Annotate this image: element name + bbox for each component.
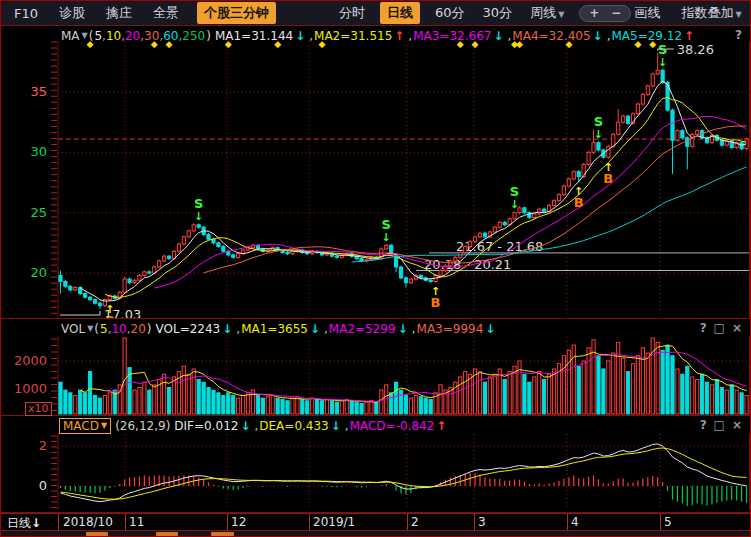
down-arrow-icon: ↓: [222, 322, 232, 336]
params-open-paren: (: [94, 322, 99, 336]
period-weekly[interactable]: 周线▼: [527, 3, 567, 23]
up-arrow-icon: ↑: [684, 29, 694, 43]
macd-indicator-header: MACD▼ (26,12,9) DIF=0.012↓ DEA=0.433↓ MA…: [59, 418, 447, 433]
period-daily[interactable]: 日线: [380, 2, 420, 24]
ma2-value: MA2=31.515↑: [309, 29, 405, 43]
volume-unit-label: x10: [25, 402, 52, 416]
sell-arrow-icon: ↓: [594, 128, 603, 141]
chevron-down-icon: ▼: [558, 10, 564, 19]
bottom-scrollbar[interactable]: [1, 531, 751, 537]
up-arrow-icon: ↑: [394, 29, 404, 43]
sell-marker: S: [594, 114, 603, 129]
index-overlay-button[interactable]: 指数叠加▼: [678, 3, 744, 23]
params-close-paren: ): [147, 322, 152, 336]
down-arrow-icon: ↓: [593, 29, 603, 43]
date-tick: [474, 514, 475, 530]
price-tick-label: 35: [30, 84, 47, 99]
function-tabs: F10 诊股 擒庄 全景 个股三分钟: [11, 2, 276, 24]
dif-value: DIF=0.012↓: [174, 419, 251, 433]
period-intraday[interactable]: 分时: [336, 3, 368, 23]
help-icon[interactable]: ?: [700, 321, 707, 335]
macd-value: MACD=-0.842↑: [345, 419, 448, 433]
vol-pane-icons: ? □ ×: [700, 321, 742, 335]
down-arrow-icon: ↓: [331, 419, 341, 433]
gap-label: 20.18 - 20.21: [424, 257, 511, 272]
price-tick-label: 20: [30, 265, 47, 280]
sell-marker: S: [382, 217, 391, 232]
draw-line-button[interactable]: 画线: [631, 3, 663, 23]
vol-axis: 20001000: [14, 339, 57, 411]
grid-layer: [58, 337, 749, 414]
scrollbar-segment[interactable]: [86, 532, 108, 536]
ma-dropdown[interactable]: MA▼: [61, 29, 88, 43]
sell-marker: S: [510, 184, 519, 199]
period-30min[interactable]: 30分: [480, 3, 516, 23]
vol-tick-label: 1000: [14, 381, 47, 396]
macd-dropdown[interactable]: MACD▼: [59, 418, 111, 434]
high-price-label: 38.26: [677, 42, 714, 57]
sell-arrow-icon: ↓: [658, 56, 667, 69]
date-label: 2019/1: [313, 515, 355, 529]
vol-param: 20: [127, 322, 146, 336]
tab-diagnose[interactable]: 诊股: [56, 3, 88, 23]
tab-stock-3min[interactable]: 个股三分钟: [197, 2, 276, 24]
grid-layer: [58, 434, 749, 510]
maximize-icon[interactable]: □: [714, 321, 725, 335]
down-arrow-icon: ↓: [485, 322, 495, 336]
dea-value: DEA=0.433↓: [254, 419, 341, 433]
date-tick: [125, 514, 126, 530]
help-icon[interactable]: ?: [700, 418, 707, 432]
vol-param: 10: [108, 322, 127, 336]
period-indicator[interactable]: 日线↓: [7, 515, 41, 532]
sell-arrow-icon: ↓: [382, 231, 391, 244]
chevron-down-icon: ▼: [735, 10, 741, 19]
main-price-chart[interactable]: 3530252021.67 - 21.6820.18 - 20.21◆◆◆◆◆◆…: [1, 26, 751, 318]
down-arrow-icon: ↓: [398, 322, 408, 336]
zoom-in-button[interactable]: +: [589, 7, 599, 19]
buy-marker: B: [574, 195, 584, 210]
params-close-paren: ): [206, 29, 211, 43]
period-60min[interactable]: 60分: [432, 3, 468, 23]
maximize-icon[interactable]: □: [714, 418, 725, 432]
vol-ma2-value: MA2=5299↓: [324, 322, 409, 336]
scrollbar-segment[interactable]: [211, 532, 234, 536]
chevron-down-icon: ▼: [87, 324, 93, 333]
buy-marker: B: [431, 295, 441, 310]
date-tick: [227, 514, 228, 530]
ma-param: 60: [159, 29, 178, 43]
zoom-out-button[interactable]: −: [611, 7, 621, 19]
ma-param: 5: [94, 29, 102, 43]
date-axis: 日线↓ 2018/1011122019/12345: [1, 513, 751, 531]
price-axis: 35302520: [30, 42, 57, 313]
tab-panorama[interactable]: 全景: [150, 3, 182, 23]
scrollbar-segment[interactable]: [156, 532, 178, 536]
chevron-down-icon: ▼: [82, 31, 88, 40]
down-arrow-icon: ↓: [240, 419, 250, 433]
main-pane-icons: ?: [735, 28, 742, 42]
tab-banker[interactable]: 擒庄: [103, 3, 135, 23]
ma-param: 30: [140, 29, 159, 43]
tab-f10[interactable]: F10: [11, 5, 41, 22]
params-open-paren: (: [89, 29, 94, 43]
date-label: 4: [571, 515, 579, 529]
toolbar-right-group: 画线 指数叠加▼ +自选▼ >|: [631, 3, 751, 23]
macd-tick-label: 2: [39, 438, 47, 453]
date-label: 12: [231, 515, 246, 529]
vol-dropdown[interactable]: VOL▼: [61, 322, 93, 336]
close-icon[interactable]: ×: [732, 321, 742, 335]
sell-marker: S: [194, 196, 203, 211]
vol-indicator-header: VOL▼ (51020) VOL=2243↓ MA1=3655↓ MA2=529…: [61, 321, 496, 336]
top-toolbar: F10 诊股 擒庄 全景 个股三分钟 分时 日线 60分 30分 周线▼ + −…: [1, 1, 750, 26]
macd-lines: [61, 444, 747, 502]
stock-app-window: F10 诊股 擒庄 全景 个股三分钟 分时 日线 60分 30分 周线▼ + −…: [0, 0, 751, 537]
macd-tick-label: 0: [39, 478, 47, 493]
date-tick: [660, 514, 661, 530]
ma1-value: MA1=31.144↓: [215, 29, 306, 43]
help-icon[interactable]: ?: [735, 28, 742, 42]
down-arrow-icon: ↓: [310, 322, 320, 336]
date-label: 2: [411, 515, 419, 529]
close-icon[interactable]: ×: [732, 418, 742, 432]
volume-bars: [59, 338, 748, 414]
date-tick: [309, 514, 310, 530]
ma-indicator-header: MA▼ (510203060250) MA1=31.144↓ MA2=31.51…: [61, 28, 695, 43]
